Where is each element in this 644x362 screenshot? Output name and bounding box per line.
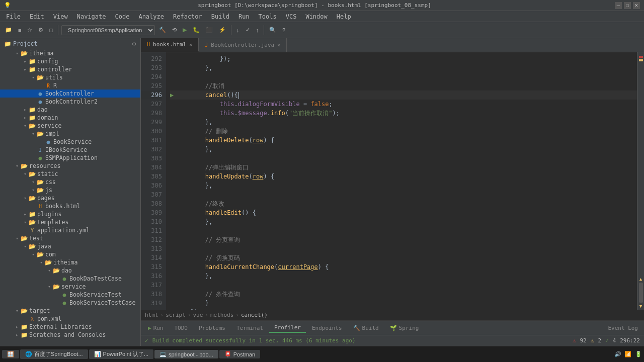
taskbar-ppt-btn[interactable]: 📊 PowerPoint 认了... (89, 349, 153, 359)
menu-vcs[interactable]: VCS (282, 12, 301, 21)
tree-scratches[interactable]: ▸ 📁 Scratches and Consoles (0, 331, 140, 339)
bottom-tab-terminal[interactable]: Terminal (231, 324, 268, 332)
tree-bookcontroller2[interactable]: ▸ ● BookController2 (0, 98, 140, 106)
tab-bookcontrollerjava-close[interactable]: ✕ (277, 42, 280, 48)
tree-impl[interactable]: ▾ 📂 impl (0, 130, 140, 138)
scroll-thumb[interactable] (639, 283, 643, 303)
bottom-tab-endpoints[interactable]: Endpoints (307, 324, 347, 332)
tab-bookshtml[interactable]: H books.html ✕ (141, 38, 199, 52)
right-gutter[interactable]: ▲ ▼ (637, 52, 644, 310)
folder-icon-pages: 📂 (28, 195, 36, 202)
taskbar-springboot-btn[interactable]: 💻 springboot - boo... (154, 350, 218, 358)
bottom-tab-build[interactable]: 🔨 Build (348, 324, 384, 332)
tree-static[interactable]: ▾ 📂 static (0, 170, 140, 178)
tree-resources[interactable]: ▾ 📂 resources (0, 162, 140, 170)
tree-r[interactable]: ▸ R R (0, 81, 140, 89)
nav-vue[interactable]: vue (193, 312, 203, 318)
menu-analyze[interactable]: Analyze (134, 12, 168, 21)
sidebar-settings-icon[interactable]: ⚙ (132, 41, 136, 47)
tree-bookcontroller[interactable]: ▸ ● BookController (0, 89, 140, 98)
tree-bookdaotestcase[interactable]: ▸ ● BookDaoTestCase (0, 275, 140, 283)
help-button[interactable]: ? (280, 26, 287, 34)
taskbar-postman-btn[interactable]: 📮 Postman (219, 350, 260, 358)
taskbar-windows-btn[interactable]: 🪟 (2, 350, 19, 358)
menu-refactor[interactable]: Refactor (169, 12, 206, 21)
event-log-label[interactable]: Event Log (608, 325, 642, 331)
tree-config[interactable]: ▸ 📁 config (0, 57, 140, 65)
menu-code[interactable]: Code (111, 12, 134, 21)
tree-css[interactable]: ▾ 📂 css (0, 178, 140, 186)
tree-com[interactable]: ▾ 📂 com (0, 250, 140, 258)
tree-testdao[interactable]: ▾ 📂 dao (0, 266, 140, 275)
tree-testservice[interactable]: ▾ 📂 service (0, 283, 140, 291)
tree-domain[interactable]: ▸ 📁 domain (0, 114, 140, 122)
bottom-tab-problems[interactable]: Problems (194, 324, 230, 332)
build-project-button[interactable]: 🔨 (157, 26, 168, 34)
maximize-button[interactable]: □ (624, 2, 631, 9)
tree-pages[interactable]: ▾ 📂 pages (0, 194, 140, 202)
minimize-button[interactable]: ─ (615, 2, 622, 9)
tree-test[interactable]: ▾ 📂 test (0, 234, 140, 242)
tree-dao[interactable]: ▸ 📁 dao (0, 106, 140, 114)
coverage-button[interactable]: ⚡ (217, 26, 228, 34)
tab-bookcontrollerjava[interactable]: J BookController.java ✕ (199, 38, 287, 52)
project-view-button[interactable]: 📁 (3, 26, 14, 34)
nav-html[interactable]: html (145, 312, 158, 318)
bottom-tab-spring[interactable]: 🌱 Spring (385, 324, 424, 332)
tree-utils[interactable]: ▾ 📂 utils (0, 73, 140, 81)
tree-js[interactable]: ▾ 📂 js (0, 186, 140, 194)
menu-tools[interactable]: Tools (255, 12, 281, 21)
sidebar-title: Project (13, 40, 37, 47)
spring-icon: 🌱 (390, 325, 397, 331)
bottom-tab-run[interactable]: ▶ Run (143, 324, 169, 332)
tree-itheima2[interactable]: ▾ 📂 itheima (0, 258, 140, 266)
run-config-select[interactable]: Springboot08SsmpApplication (61, 25, 155, 35)
menu-run[interactable]: Run (234, 12, 254, 21)
vcs-update-button[interactable]: ↓ (234, 26, 242, 34)
tree-bookservicetestcase[interactable]: ▸ ● BookServiceTestCase (0, 299, 140, 307)
tree-target[interactable]: ▾ 📂 target (0, 307, 140, 315)
tree-ibookservice[interactable]: ▸ I IBookService (0, 146, 140, 154)
menu-window[interactable]: Window (301, 12, 331, 21)
tree-bookservice[interactable]: ▸ ● BookService (0, 138, 140, 146)
tree-extlibs[interactable]: ▸ 📁 External Libraries (0, 323, 140, 331)
tree-bookshtml[interactable]: ▸ H books.html (0, 202, 140, 210)
layout-button[interactable]: □ (47, 26, 55, 34)
tree-testjava[interactable]: ▾ 📂 java (0, 242, 140, 250)
close-button[interactable]: ✕ (633, 2, 640, 9)
bookmark-button[interactable]: ☆ (25, 26, 34, 34)
nav-cancel[interactable]: cancel() (241, 312, 268, 318)
bottom-tab-profiler[interactable]: Profiler (269, 323, 306, 333)
tree-ssmpapp[interactable]: ▸ ● SSMPApplication (0, 154, 140, 162)
nav-methods[interactable]: methods (210, 312, 233, 318)
tree-itheima[interactable]: ▾ 📂 itheima (0, 49, 140, 57)
nav-script[interactable]: script (166, 312, 186, 318)
tree-pomxml[interactable]: ▸ X pom.xml (0, 315, 140, 323)
title-bar-text: springboot [D:\workspace\springboot] - b… (14, 2, 615, 9)
tree-controller[interactable]: ▸ 📁 controller (0, 65, 140, 73)
debug-button[interactable]: 🐛 (191, 26, 202, 34)
vcs-commit-button[interactable]: ✓ (244, 26, 252, 34)
taskbar-browser-btn[interactable]: 🌐 百度了SpringBoot... (20, 349, 88, 359)
tree-templates[interactable]: ▾ 📂 templates (0, 218, 140, 226)
tree-service[interactable]: ▾ 📂 service (0, 122, 140, 130)
menu-view[interactable]: View (49, 12, 72, 21)
structure-button[interactable]: ≡ (16, 26, 23, 34)
menu-file[interactable]: File (2, 12, 25, 21)
tree-plugins[interactable]: ▸ 📁 plugins (0, 210, 140, 218)
menu-build[interactable]: Build (207, 12, 233, 21)
run-button[interactable]: ▶ (181, 26, 189, 34)
menu-navigate[interactable]: Navigate (73, 12, 110, 21)
tree-bookservicetest[interactable]: ▸ ● BookServiceTest (0, 291, 140, 299)
tab-bookshtml-close[interactable]: ✕ (189, 42, 192, 47)
vcs-push-button[interactable]: ↑ (254, 26, 261, 34)
code-content[interactable]: }); }, //取消 (166, 52, 637, 310)
search-button[interactable]: 🔍 (267, 26, 278, 34)
stop-button[interactable]: ⬛ (204, 26, 215, 34)
menu-edit[interactable]: Edit (26, 12, 48, 21)
tree-appyml[interactable]: ▸ Y application.yml (0, 226, 140, 234)
menu-help[interactable]: Help (333, 12, 355, 21)
rebuild-button[interactable]: ⟲ (170, 26, 179, 34)
settings-button[interactable]: ⚙ (36, 26, 45, 34)
bottom-tab-todo[interactable]: TODO (170, 324, 193, 332)
